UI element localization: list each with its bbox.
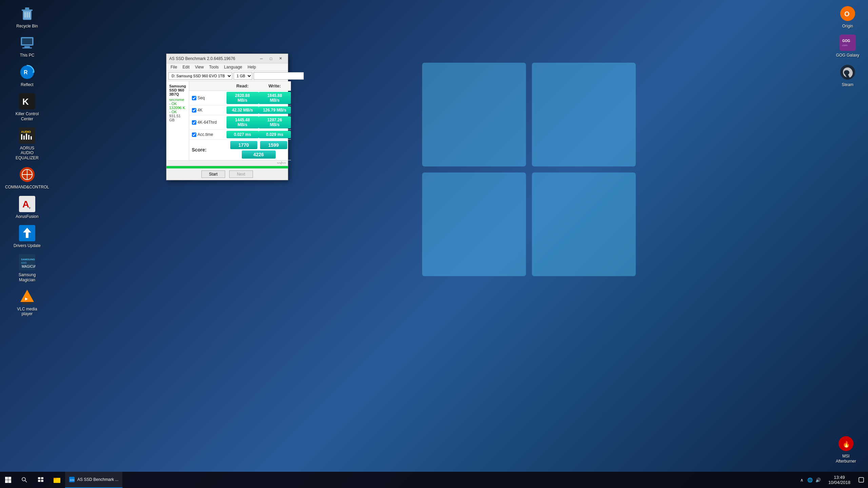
desktop-icon-drivers-update[interactable]: Drivers Update bbox=[12, 223, 42, 249]
seq-read-value: 2820.88 MB/s bbox=[226, 92, 259, 104]
desktop-icon-killer-control[interactable]: K Killer Control Center bbox=[12, 91, 42, 123]
notification-center-button[interactable] bbox=[854, 472, 868, 488]
bench-read-seq: 2820.88 MB/s bbox=[226, 92, 259, 104]
acctime-text: Acc.time bbox=[198, 132, 213, 137]
acctime-write-value: 0.029 ms bbox=[259, 131, 291, 138]
tray-network-icon[interactable]: 🌐 bbox=[807, 476, 813, 483]
svg-text:🔥: 🔥 bbox=[843, 441, 850, 448]
svg-rect-64 bbox=[859, 477, 864, 482]
svg-rect-52 bbox=[5, 480, 8, 483]
score-label: Score: bbox=[189, 147, 226, 152]
command-control-label: COMMAND&CONTROL bbox=[5, 185, 49, 189]
taskbar-clock[interactable]: 13:49 10/04/2018 bbox=[824, 472, 854, 488]
menu-tools[interactable]: Tools bbox=[206, 63, 221, 71]
task-view-button[interactable] bbox=[33, 472, 49, 488]
taskbar-right: ∧ 🌐 🔊 13:49 10/04/2018 bbox=[796, 472, 868, 488]
aorus-audio-label: AORUS AUDIO EQUALIZER bbox=[13, 146, 41, 160]
menu-view[interactable]: View bbox=[192, 63, 206, 71]
drive-select[interactable]: D: Samsung SSD 960 EVO 1TB bbox=[169, 72, 232, 80]
seq-checkbox[interactable] bbox=[192, 96, 196, 100]
drive-name: Samsung SSD 9603B7Q bbox=[169, 84, 186, 96]
bench-write-4k64: 1287.26 MB/s bbox=[259, 116, 291, 128]
secnvme-status: secnvme - OK bbox=[169, 98, 186, 106]
windows-logo bbox=[410, 51, 648, 288]
menu-help[interactable]: Help bbox=[245, 63, 259, 71]
desktop-icon-samsung-magician[interactable]: SAMSUNGSSDMAGICIAN Samsung Magician bbox=[12, 252, 42, 284]
score-total: 4226 bbox=[242, 150, 276, 159]
restore-button[interactable]: □ bbox=[266, 55, 276, 62]
notification-icon bbox=[859, 477, 864, 483]
desktop-icon-msi-afterburner[interactable]: 🔥 MSI Afterburner bbox=[831, 431, 861, 468]
desktop-icon-reflect[interactable]: R Reflect bbox=[12, 62, 42, 88]
desktop-icon-aorusfusion[interactable]: A+ AorusFusion bbox=[12, 194, 42, 220]
search-taskbar-button[interactable] bbox=[16, 472, 33, 488]
svg-rect-59 bbox=[41, 480, 43, 482]
desktop-icon-this-pc[interactable]: This PC bbox=[12, 33, 42, 59]
file-explorer-taskbar[interactable] bbox=[49, 472, 65, 488]
svg-rect-20 bbox=[21, 134, 22, 140]
taskbar-app-asssd[interactable]: SSD AS SSD Benchmark ... bbox=[65, 472, 122, 488]
svg-text:SAMSUNG: SAMSUNG bbox=[21, 258, 35, 261]
samsung-magician-icon: SAMSUNGSSDMAGICIAN bbox=[18, 253, 36, 271]
svg-rect-12 bbox=[22, 47, 32, 48]
aorus-audio-icon: AUDIO bbox=[18, 127, 36, 144]
desktop bbox=[0, 0, 868, 488]
asssd-taskbar-icon: SSD bbox=[69, 477, 75, 482]
bench-label-4k: 4K bbox=[189, 108, 226, 113]
menu-language[interactable]: Language bbox=[221, 63, 245, 71]
bench-row-4k64: 4K-64Thrd 1445.48 MB/s 1287.26 MB/s bbox=[189, 115, 291, 130]
start-button-taskbar[interactable] bbox=[0, 472, 16, 488]
svg-text:SSD: SSD bbox=[21, 261, 27, 264]
svg-rect-53 bbox=[8, 480, 12, 483]
4k64-checkbox[interactable] bbox=[192, 120, 196, 125]
desktop-icon-gog-galaxy[interactable]: GOG.com GOG Galaxy bbox=[832, 33, 863, 59]
gog-galaxy-icon: GOG.com bbox=[839, 34, 856, 52]
svg-rect-58 bbox=[38, 480, 40, 482]
svg-point-47 bbox=[845, 71, 848, 74]
read-header: Read: bbox=[226, 81, 259, 90]
recycle-bin-label: Recycle Bin bbox=[16, 24, 38, 28]
bench-label-acctime: Acc.time bbox=[189, 132, 226, 137]
minimize-button[interactable]: ─ bbox=[257, 55, 266, 62]
svg-text:R: R bbox=[24, 69, 28, 75]
taskbar-app-label: AS SSD Benchmark ... bbox=[77, 477, 118, 482]
bench-label-seq: Seq bbox=[189, 96, 226, 100]
svg-rect-39 bbox=[24, 303, 31, 304]
svg-rect-23 bbox=[28, 135, 29, 140]
menu-edit[interactable]: Edit bbox=[180, 63, 192, 71]
desktop-icon-recycle-bin[interactable]: Recycle Bin bbox=[12, 3, 42, 30]
bench-row-seq: Seq 2820.88 MB/s 1845.88 MB/s bbox=[189, 91, 291, 105]
next-button[interactable]: Next bbox=[229, 170, 253, 178]
bench-write-seq: 1845.88 MB/s bbox=[259, 92, 291, 104]
vlc-icon: ▶ bbox=[18, 288, 36, 305]
svg-rect-21 bbox=[23, 136, 25, 140]
search-icon bbox=[21, 477, 27, 483]
taskbar: SSD AS SSD Benchmark ... ∧ 🌐 🔊 13:49 10/… bbox=[0, 472, 868, 488]
svg-text:MAGICIAN: MAGICIAN bbox=[22, 265, 35, 268]
close-button[interactable]: ✕ bbox=[276, 55, 285, 62]
svg-text:▶: ▶ bbox=[25, 297, 28, 301]
desktop-icon-vlc[interactable]: ▶ VLC media player bbox=[12, 286, 42, 318]
menu-file[interactable]: File bbox=[168, 63, 180, 71]
write-header: Write: bbox=[259, 81, 291, 90]
desktop-icon-origin[interactable]: O Origin bbox=[832, 3, 863, 30]
desktop-icon-aorus-audio[interactable]: AUDIO AORUS AUDIO EQUALIZER bbox=[12, 125, 42, 162]
start-button[interactable]: Start bbox=[201, 170, 225, 178]
4k-checkbox[interactable] bbox=[192, 108, 196, 113]
desktop-icon-command-control[interactable]: COMMAND&CONTROL bbox=[12, 164, 42, 191]
path-input[interactable] bbox=[254, 72, 304, 80]
desktop-icons-left: Recycle Bin This PC R Reflect K Killer C… bbox=[0, 0, 54, 321]
acctime-checkbox[interactable] bbox=[192, 133, 196, 137]
info-panel: Samsung SSD 9603B7Q secnvme - OK 132096 … bbox=[166, 81, 189, 160]
killer-control-icon: K bbox=[18, 93, 36, 110]
tray-volume-icon[interactable]: 🔊 bbox=[815, 476, 822, 483]
desktop-icons-right: O Origin GOG.com GOG Galaxy Steam bbox=[827, 0, 868, 91]
window-titlebar[interactable]: AS SSD Benchmark 2.0.6485.19676 ─ □ ✕ bbox=[166, 54, 288, 63]
size-select[interactable]: 1 GB bbox=[234, 72, 252, 80]
desktop-icon-steam[interactable]: Steam bbox=[832, 62, 863, 88]
svg-rect-3 bbox=[532, 172, 636, 276]
tray-expand-icon[interactable]: ∧ bbox=[798, 476, 805, 483]
reflect-icon: R bbox=[18, 63, 36, 81]
svg-text:SSD: SSD bbox=[70, 479, 75, 482]
progress-bar-container bbox=[166, 166, 288, 168]
